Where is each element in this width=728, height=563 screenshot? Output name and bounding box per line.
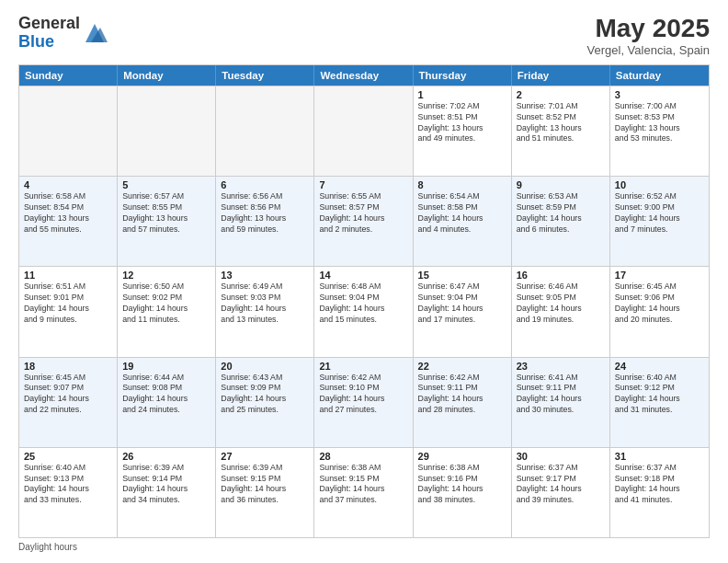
cal-cell-20: 20Sunrise: 6:43 AM Sunset: 9:09 PM Dayli… — [216, 358, 314, 447]
logo-blue: Blue — [18, 32, 54, 51]
cal-cell-29: 29Sunrise: 6:38 AM Sunset: 9:16 PM Dayli… — [414, 448, 512, 537]
cal-cell-28: 28Sunrise: 6:38 AM Sunset: 9:15 PM Dayli… — [314, 448, 413, 537]
cal-cell-30: 30Sunrise: 6:37 AM Sunset: 9:17 PM Dayli… — [512, 448, 610, 537]
day-info: Sunrise: 6:37 AM Sunset: 9:17 PM Dayligh… — [517, 463, 605, 507]
day-info: Sunrise: 6:53 AM Sunset: 8:59 PM Dayligh… — [517, 191, 605, 236]
day-info: Sunrise: 6:37 AM Sunset: 9:18 PM Dayligh… — [615, 463, 704, 507]
calendar-body: 1Sunrise: 7:02 AM Sunset: 8:51 PM Daylig… — [19, 86, 709, 537]
cal-header-cell-monday: Monday — [118, 65, 216, 86]
cal-cell-5: 5Sunrise: 6:57 AM Sunset: 8:55 PM Daylig… — [118, 177, 216, 266]
title-block: May 2025 Vergel, Valencia, Spain — [587, 15, 710, 57]
day-info: Sunrise: 6:55 AM Sunset: 8:57 PM Dayligh… — [319, 191, 407, 236]
page: General Blue May 2025 Vergel, Valencia, … — [0, 0, 728, 563]
cal-cell-19: 19Sunrise: 6:44 AM Sunset: 9:08 PM Dayli… — [118, 358, 216, 447]
cal-cell-22: 22Sunrise: 6:42 AM Sunset: 9:11 PM Dayli… — [414, 358, 512, 447]
day-info: Sunrise: 7:02 AM Sunset: 8:51 PM Dayligh… — [418, 101, 506, 145]
cal-cell-10: 10Sunrise: 6:52 AM Sunset: 9:00 PM Dayli… — [610, 177, 709, 266]
day-info: Sunrise: 6:45 AM Sunset: 9:06 PM Dayligh… — [615, 282, 704, 326]
day-info: Sunrise: 7:00 AM Sunset: 8:53 PM Dayligh… — [615, 101, 704, 145]
day-info: Sunrise: 6:39 AM Sunset: 9:15 PM Dayligh… — [221, 463, 309, 507]
day-info: Sunrise: 6:39 AM Sunset: 9:14 PM Dayligh… — [122, 463, 210, 507]
day-number: 25 — [24, 451, 112, 462]
cal-cell-8: 8Sunrise: 6:54 AM Sunset: 8:58 PM Daylig… — [414, 177, 512, 266]
day-number: 3 — [615, 89, 704, 100]
day-info: Sunrise: 6:51 AM Sunset: 9:01 PM Dayligh… — [24, 282, 112, 326]
logo-text: General Blue — [18, 15, 80, 52]
day-info: Sunrise: 6:40 AM Sunset: 9:12 PM Dayligh… — [615, 373, 704, 417]
cal-header-cell-tuesday: Tuesday — [216, 65, 314, 86]
day-number: 12 — [122, 270, 210, 281]
day-info: Sunrise: 6:43 AM Sunset: 9:09 PM Dayligh… — [221, 373, 309, 417]
day-info: Sunrise: 6:42 AM Sunset: 9:10 PM Dayligh… — [319, 373, 407, 417]
day-number: 27 — [221, 451, 309, 462]
cal-header-cell-saturday: Saturday — [610, 65, 709, 86]
location: Vergel, Valencia, Spain — [587, 43, 710, 57]
cal-row-3: 18Sunrise: 6:45 AM Sunset: 9:07 PM Dayli… — [19, 357, 709, 447]
cal-cell-23: 23Sunrise: 6:41 AM Sunset: 9:11 PM Dayli… — [512, 358, 610, 447]
day-info: Sunrise: 6:38 AM Sunset: 9:16 PM Dayligh… — [418, 463, 506, 507]
day-info: Sunrise: 6:52 AM Sunset: 9:00 PM Dayligh… — [615, 191, 704, 236]
day-number: 1 — [418, 89, 506, 100]
cal-cell-16: 16Sunrise: 6:46 AM Sunset: 9:05 PM Dayli… — [512, 267, 610, 356]
day-info: Sunrise: 6:44 AM Sunset: 9:08 PM Dayligh… — [122, 373, 210, 417]
cal-cell-26: 26Sunrise: 6:39 AM Sunset: 9:14 PM Dayli… — [118, 448, 216, 537]
day-info: Sunrise: 6:49 AM Sunset: 9:03 PM Dayligh… — [221, 282, 309, 326]
calendar-header: SundayMondayTuesdayWednesdayThursdayFrid… — [19, 65, 709, 86]
footer-note: Daylight hours — [18, 542, 710, 552]
day-number: 22 — [418, 361, 506, 372]
day-number: 26 — [122, 451, 210, 462]
day-number: 11 — [24, 270, 112, 281]
cal-cell-14: 14Sunrise: 6:48 AM Sunset: 9:04 PM Dayli… — [314, 267, 413, 356]
cal-cell-18: 18Sunrise: 6:45 AM Sunset: 9:07 PM Dayli… — [19, 358, 118, 447]
cal-cell-2: 2Sunrise: 7:01 AM Sunset: 8:52 PM Daylig… — [512, 86, 610, 176]
cal-cell-27: 27Sunrise: 6:39 AM Sunset: 9:15 PM Dayli… — [216, 448, 314, 537]
cal-cell-25: 25Sunrise: 6:40 AM Sunset: 9:13 PM Dayli… — [19, 448, 118, 537]
cal-row-1: 4Sunrise: 6:58 AM Sunset: 8:54 PM Daylig… — [19, 176, 709, 266]
logo: General Blue — [18, 15, 108, 52]
cal-cell-17: 17Sunrise: 6:45 AM Sunset: 9:06 PM Dayli… — [610, 267, 709, 356]
day-number: 8 — [418, 179, 506, 190]
day-number: 19 — [122, 361, 210, 372]
day-number: 18 — [24, 361, 112, 372]
cal-cell-21: 21Sunrise: 6:42 AM Sunset: 9:10 PM Dayli… — [314, 358, 413, 447]
cal-cell-31: 31Sunrise: 6:37 AM Sunset: 9:18 PM Dayli… — [610, 448, 709, 537]
day-number: 4 — [24, 179, 112, 190]
cal-cell-empty-3 — [314, 86, 413, 176]
day-number: 21 — [319, 361, 407, 372]
cal-row-2: 11Sunrise: 6:51 AM Sunset: 9:01 PM Dayli… — [19, 266, 709, 356]
cal-cell-15: 15Sunrise: 6:47 AM Sunset: 9:04 PM Dayli… — [414, 267, 512, 356]
cal-cell-6: 6Sunrise: 6:56 AM Sunset: 8:56 PM Daylig… — [216, 177, 314, 266]
day-number: 13 — [221, 270, 309, 281]
cal-header-cell-friday: Friday — [512, 65, 610, 86]
day-info: Sunrise: 6:47 AM Sunset: 9:04 PM Dayligh… — [418, 282, 506, 326]
cal-row-0: 1Sunrise: 7:02 AM Sunset: 8:51 PM Daylig… — [19, 86, 709, 176]
day-number: 7 — [319, 179, 407, 190]
cal-cell-9: 9Sunrise: 6:53 AM Sunset: 8:59 PM Daylig… — [512, 177, 610, 266]
day-info: Sunrise: 6:57 AM Sunset: 8:55 PM Dayligh… — [122, 191, 210, 236]
day-info: Sunrise: 6:54 AM Sunset: 8:58 PM Dayligh… — [418, 191, 506, 236]
cal-row-4: 25Sunrise: 6:40 AM Sunset: 9:13 PM Dayli… — [19, 447, 709, 537]
cal-cell-12: 12Sunrise: 6:50 AM Sunset: 9:02 PM Dayli… — [118, 267, 216, 356]
cal-cell-24: 24Sunrise: 6:40 AM Sunset: 9:12 PM Dayli… — [610, 358, 709, 447]
day-number: 16 — [517, 270, 605, 281]
day-info: Sunrise: 6:56 AM Sunset: 8:56 PM Dayligh… — [221, 191, 309, 236]
day-number: 5 — [122, 179, 210, 190]
day-info: Sunrise: 6:48 AM Sunset: 9:04 PM Dayligh… — [319, 282, 407, 326]
day-info: Sunrise: 6:46 AM Sunset: 9:05 PM Dayligh… — [517, 282, 605, 326]
cal-cell-empty-0 — [19, 86, 118, 176]
cal-cell-empty-2 — [216, 86, 314, 176]
cal-cell-4: 4Sunrise: 6:58 AM Sunset: 8:54 PM Daylig… — [19, 177, 118, 266]
day-info: Sunrise: 6:41 AM Sunset: 9:11 PM Dayligh… — [517, 373, 605, 417]
cal-header-cell-wednesday: Wednesday — [314, 65, 413, 86]
day-number: 17 — [615, 270, 704, 281]
day-number: 6 — [221, 179, 309, 190]
cal-header-cell-sunday: Sunday — [19, 65, 118, 86]
day-info: Sunrise: 6:40 AM Sunset: 9:13 PM Dayligh… — [24, 463, 112, 507]
day-number: 10 — [615, 179, 704, 190]
day-number: 28 — [319, 451, 407, 462]
day-number: 23 — [517, 361, 605, 372]
day-number: 29 — [418, 451, 506, 462]
day-info: Sunrise: 6:42 AM Sunset: 9:11 PM Dayligh… — [418, 373, 506, 417]
day-info: Sunrise: 7:01 AM Sunset: 8:52 PM Dayligh… — [517, 101, 605, 145]
cal-cell-3: 3Sunrise: 7:00 AM Sunset: 8:53 PM Daylig… — [610, 86, 709, 176]
